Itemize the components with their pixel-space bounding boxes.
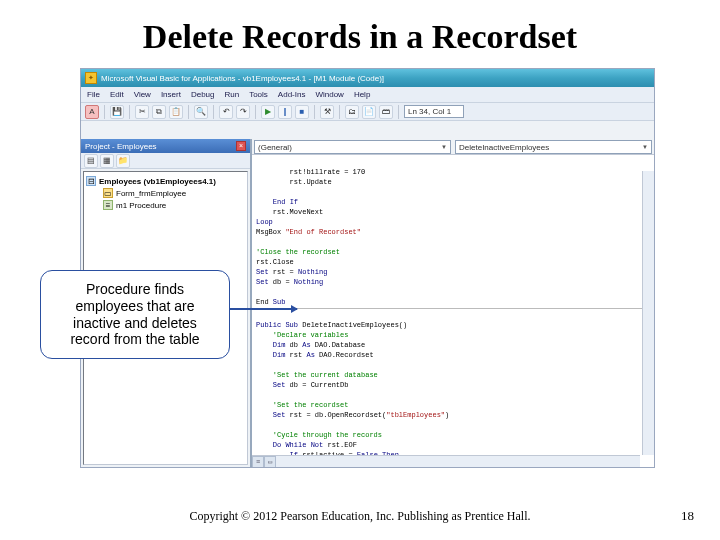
reset-icon[interactable]: ■ (295, 105, 309, 119)
toggle-folders-icon[interactable]: 📁 (116, 154, 130, 168)
run-icon[interactable]: ▶ (261, 105, 275, 119)
module-icon: ≡ (103, 200, 113, 210)
object-dropdown[interactable]: (General) ▼ (254, 140, 451, 154)
toolbar-separator (339, 105, 340, 119)
menu-window[interactable]: Window (315, 90, 343, 99)
chevron-down-icon: ▼ (441, 144, 447, 150)
project-explorer-icon[interactable]: 🗂 (345, 105, 359, 119)
code-dropdown-bar: (General) ▼ DeleteInactiveEmployees ▼ (252, 139, 654, 155)
tree-module[interactable]: ≡ m1 Procedure (86, 199, 245, 211)
tree-root-label: Employees (vb1Employees4.1) (99, 177, 216, 186)
procedure-dropdown[interactable]: DeleteInactiveEmployees ▼ (455, 140, 652, 154)
menu-view[interactable]: View (134, 90, 151, 99)
menu-insert[interactable]: Insert (161, 90, 181, 99)
callout-text: Procedure finds employees that are inact… (70, 281, 199, 347)
menu-edit[interactable]: Edit (110, 90, 124, 99)
copy-icon[interactable]: ⧉ (152, 105, 166, 119)
save-icon[interactable]: 💾 (110, 105, 124, 119)
toolbar-separator (104, 105, 105, 119)
design-mode-icon[interactable]: ⚒ (320, 105, 334, 119)
chevron-down-icon: ▼ (642, 144, 648, 150)
view-object-icon[interactable]: ▦ (100, 154, 114, 168)
menu-tools[interactable]: Tools (249, 90, 268, 99)
menu-run[interactable]: Run (224, 90, 239, 99)
vertical-scrollbar[interactable] (642, 171, 654, 455)
horizontal-scrollbar[interactable]: ≡ ▭ (252, 455, 640, 467)
copyright-footer: Copyright © 2012 Pearson Education, Inc.… (0, 509, 720, 524)
menu-addins[interactable]: Add-Ins (278, 90, 306, 99)
toolbar-main: A 💾 ✂ ⧉ 📋 🔍 ↶ ↷ ▶ ‖ ■ ⚒ 🗂 📄 🗃 Ln 34, Col… (81, 103, 654, 121)
project-panel-toolbar: ▤ ▦ 📁 (81, 153, 250, 169)
toolbar-separator (188, 105, 189, 119)
break-icon[interactable]: ‖ (278, 105, 292, 119)
page-number: 18 (681, 508, 694, 524)
tree-form-label: Form_frmEmployee (116, 189, 186, 198)
window-titlebar: ✦ Microsoft Visual Basic for Application… (81, 69, 654, 87)
project-panel-title: Project - Employees (85, 142, 157, 151)
undo-icon[interactable]: ↶ (219, 105, 233, 119)
toolbar-separator (213, 105, 214, 119)
toolbar-separator (398, 105, 399, 119)
properties-icon[interactable]: 📄 (362, 105, 376, 119)
menu-help[interactable]: Help (354, 90, 370, 99)
view-full-module-icon[interactable]: ≡ (252, 456, 264, 467)
window-title: Microsoft Visual Basic for Applications … (101, 74, 650, 83)
callout-box: Procedure finds employees that are inact… (40, 270, 230, 359)
menu-file[interactable]: File (87, 90, 100, 99)
callout-arrow (227, 308, 297, 310)
project-panel-titlebar: Project - Employees × (81, 139, 250, 153)
object-browser-icon[interactable]: 🗃 (379, 105, 393, 119)
menubar: File Edit View Insert Debug Run Tools Ad… (81, 87, 654, 103)
toolbar-separator (255, 105, 256, 119)
slide-title: Delete Records in a Recordset (0, 0, 720, 64)
code-editor[interactable]: rst!billrate = 170 rst.Update End If rst… (252, 155, 654, 467)
tree-form[interactable]: ▭ Form_frmEmployee (86, 187, 245, 199)
cursor-position: Ln 34, Col 1 (404, 105, 464, 118)
paste-icon[interactable]: 📋 (169, 105, 183, 119)
code-window: (General) ▼ DeleteInactiveEmployees ▼ rs… (251, 139, 654, 467)
redo-icon[interactable]: ↷ (236, 105, 250, 119)
vb-app-icon: ✦ (85, 72, 97, 84)
view-procedure-icon[interactable]: ▭ (264, 456, 276, 467)
panel-close-icon[interactable]: × (236, 141, 246, 151)
find-icon[interactable]: 🔍 (194, 105, 208, 119)
toolbar-separator (129, 105, 130, 119)
view-code-icon[interactable]: ▤ (84, 154, 98, 168)
tree-root[interactable]: ⊟ Employees (vb1Employees4.1) (86, 175, 245, 187)
cut-icon[interactable]: ✂ (135, 105, 149, 119)
object-dropdown-value: (General) (258, 143, 292, 152)
vbe-screenshot: ✦ Microsoft Visual Basic for Application… (80, 68, 655, 468)
procedure-dropdown-value: DeleteInactiveEmployees (459, 143, 549, 152)
tree-module-label: m1 Procedure (116, 201, 166, 210)
toolbar-separator (314, 105, 315, 119)
project-icon: ⊟ (86, 176, 96, 186)
view-access-icon[interactable]: A (85, 105, 99, 119)
form-icon: ▭ (103, 188, 113, 198)
menu-debug[interactable]: Debug (191, 90, 215, 99)
